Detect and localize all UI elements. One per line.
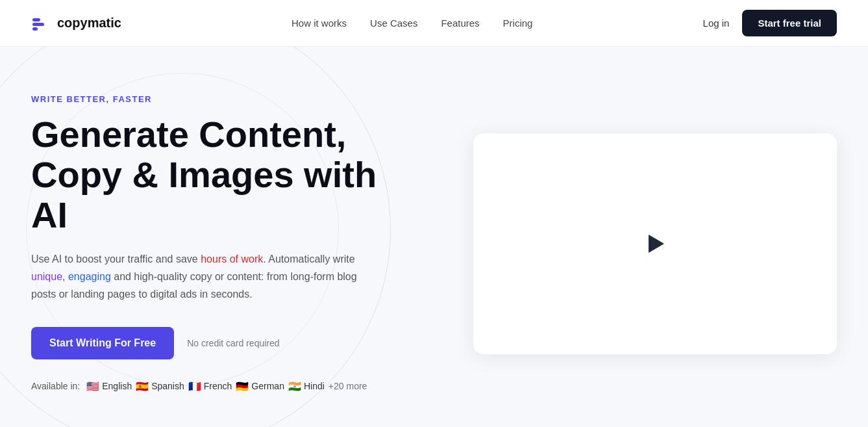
- start-trial-button[interactable]: Start free trial: [742, 10, 837, 36]
- hero-title-line2: Copy & Images with AI: [31, 154, 377, 235]
- svg-rect-0: [32, 18, 40, 21]
- lang-hindi-label: Hindi: [304, 381, 325, 391]
- hero-section: WRITE BETTER, FASTER Generate Content, C…: [0, 47, 868, 427]
- hero-description: Use AI to boost your traffic and save ho…: [31, 250, 369, 304]
- lang-spanish-label: Spanish: [151, 381, 184, 391]
- play-icon: [649, 235, 664, 253]
- logo-icon: [31, 13, 52, 34]
- lang-french: 🇫🇷 French: [188, 380, 232, 393]
- nav-actions: Log in Start free trial: [703, 10, 837, 36]
- flag-fr: 🇫🇷: [188, 380, 201, 393]
- flag-in: 🇮🇳: [288, 380, 301, 393]
- play-button[interactable]: [639, 228, 671, 259]
- lang-german-label: German: [251, 381, 284, 391]
- nav-pricing[interactable]: Pricing: [503, 18, 533, 29]
- no-credit-text: No credit card required: [187, 338, 279, 348]
- available-languages: Available in: 🇺🇸 English 🇪🇸 Spanish 🇫🇷 F…: [31, 380, 421, 393]
- flag-de: 🇩🇪: [236, 380, 249, 393]
- svg-rect-1: [32, 23, 44, 26]
- logo-link[interactable]: copymatic: [31, 13, 121, 34]
- lang-french-label: French: [204, 381, 232, 391]
- hero-cta: Start Writing For Free No credit card re…: [31, 327, 421, 359]
- logo-text: copymatic: [57, 16, 121, 31]
- hero-title-line1: Generate Content,: [31, 114, 346, 155]
- lang-spanish: 🇪🇸 Spanish: [136, 380, 184, 393]
- more-languages: +20 more: [329, 381, 367, 391]
- hero-title: Generate Content, Copy & Images with AI: [31, 114, 421, 235]
- lang-hindi: 🇮🇳 Hindi: [288, 380, 325, 393]
- nav-how-it-works[interactable]: How it works: [291, 18, 347, 29]
- lang-german: 🇩🇪 German: [236, 380, 284, 393]
- flag-us: 🇺🇸: [86, 380, 99, 393]
- start-writing-button[interactable]: Start Writing For Free: [31, 327, 174, 359]
- lang-english-label: English: [102, 381, 132, 391]
- svg-rect-2: [32, 27, 38, 31]
- hero-tagline: WRITE BETTER, FASTER: [31, 94, 421, 104]
- nav-links: How it works Use Cases Features Pricing: [291, 18, 532, 29]
- nav-use-cases[interactable]: Use Cases: [370, 18, 417, 29]
- flag-es: 🇪🇸: [136, 380, 149, 393]
- nav-features[interactable]: Features: [441, 18, 479, 29]
- hero-content: WRITE BETTER, FASTER Generate Content, C…: [31, 94, 421, 392]
- navbar: copymatic How it works Use Cases Feature…: [0, 0, 868, 47]
- lang-english: 🇺🇸 English: [86, 380, 132, 393]
- available-label: Available in:: [31, 381, 80, 391]
- hero-video-area: [421, 133, 837, 354]
- video-card[interactable]: [473, 133, 837, 354]
- login-button[interactable]: Log in: [703, 18, 730, 29]
